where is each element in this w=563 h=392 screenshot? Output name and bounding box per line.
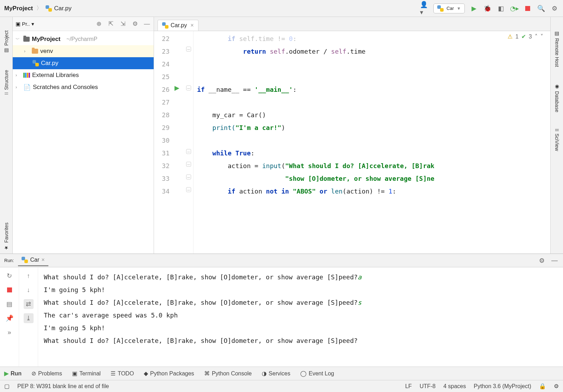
rerun-button[interactable]: ↻ [5,271,14,281]
scroll-icon[interactable]: ⤓ [24,313,34,323]
run-panel-header: Run: Car × ⚙ — [0,254,563,267]
profile-button[interactable]: ◔▸ [510,4,518,13]
more-icon[interactable]: » [5,327,14,337]
tab-database[interactable]: ◉Database [554,81,560,115]
user-icon[interactable]: 👤▾ [420,4,428,13]
database-icon: ◉ [554,83,560,89]
stop-button[interactable] [5,285,14,295]
search-button[interactable]: 🔍 [537,4,545,13]
ide-settings-icon[interactable]: ⚙ [554,383,559,390]
project-panel: ▣ Pr..▾ ⊕ ⇱ ⇲ ⚙ — ﹀ MyProject ~/PycharmP… [13,17,154,254]
breadcrumb-project[interactable]: MyProject [4,5,33,12]
console-output[interactable]: What should I do? [A]ccelerate, [B]rake,… [38,267,563,367]
tool-todo[interactable]: ☰TODO [111,370,134,377]
close-icon[interactable]: × [190,22,194,29]
run-tab-car[interactable]: Car × [18,255,48,266]
run-panel-label: Run: [4,258,14,263]
tree-venv[interactable]: › venv [13,45,154,57]
play-icon: ▶ [4,370,8,377]
python-icon [22,257,28,263]
breadcrumb-file[interactable]: Car.py [54,5,71,12]
run-gutter-icon[interactable]: ▶ [174,84,179,92]
tree-scratches[interactable]: › 📄 Scratches and Consoles [13,81,154,93]
tool-python-console[interactable]: ⌘Python Console [204,370,252,377]
run-config-selector[interactable]: Car ▼ [433,4,465,13]
fold-icon[interactable]: – [186,149,191,154]
tab-remote-host[interactable]: ▤Remote Host [554,28,560,70]
prev-issue-icon[interactable]: ˄ [535,33,538,40]
locate-icon[interactable]: ⊕ [95,20,103,28]
down-icon[interactable]: ↓ [24,285,34,295]
stop-button[interactable] [523,4,532,13]
minimize-icon[interactable]: — [143,20,151,28]
code-content[interactable]: if self.time != 0: return self.odometer … [194,31,550,254]
fold-icon[interactable]: – [186,187,191,192]
expand-all-icon[interactable]: ⇱ [107,20,115,28]
chevron-right-icon[interactable]: › [16,73,21,78]
left-tool-gutter: ▤Project ⁝⁝Structure ★Favorites [0,17,13,254]
status-indent[interactable]: 4 spaces [443,383,466,390]
status-line-ending[interactable]: LF [405,383,412,390]
tab-structure[interactable]: ⁝⁝Structure [4,67,9,98]
tab-project[interactable]: ▤Project [4,28,9,57]
status-interpreter[interactable]: Python 3.6 (MyProject) [474,383,531,390]
chevron-down-icon[interactable]: ﹀ [16,36,21,42]
terminal-icon: ▣ [72,370,77,377]
next-issue-icon[interactable]: ˅ [540,33,543,40]
fold-icon[interactable]: – [186,47,191,52]
tool-event-log[interactable]: ◯Event Log [300,370,334,377]
wrap-icon[interactable]: ⇄ [24,299,34,309]
fold-icon[interactable]: – [186,174,191,179]
tab-favorites[interactable]: ★Favorites [4,220,9,254]
tree-external-libs[interactable]: › External Libraries [13,69,154,81]
tool-terminal[interactable]: ▣Terminal [72,370,101,377]
fold-icon[interactable]: – [186,85,191,90]
code-area[interactable]: ⚠1 ✔3 ˄ ˅ 22232425262728293031323334 – ▶… [154,31,550,254]
tool-python-packages[interactable]: ◆Python Packages [144,370,194,377]
gear-icon[interactable]: ⚙ [538,256,546,265]
chevron-right-icon[interactable]: › [24,49,30,54]
status-hide-icon[interactable]: ▢ [4,383,10,390]
gutter[interactable]: – ▶ – – – – – [173,31,194,254]
tool-services[interactable]: ◑Services [262,370,290,377]
warning-icon: ⚠ [508,33,512,40]
scratches-icon: 📄 [23,84,31,91]
status-encoding[interactable]: UTF-8 [420,383,435,390]
close-icon[interactable]: × [41,257,45,263]
right-tool-gutter: ▤Remote Host ◉Database ⁞⁞SciView [550,17,563,254]
folder-icon [32,49,38,54]
pin-icon[interactable]: 📌 [5,313,14,323]
debug-button[interactable]: 🐞 [483,4,492,13]
tree-root[interactable]: ﹀ MyProject ~/PycharmP [13,33,154,45]
editor-tab-car[interactable]: Car.py × [158,20,198,31]
todo-icon: ☰ [111,370,115,377]
settings-button[interactable]: ⚙ [550,4,559,13]
python-icon: ⌘ [204,370,210,377]
eventlog-icon: ◯ [300,370,307,377]
gear-icon[interactable]: ⚙ [131,20,139,28]
coverage-button[interactable]: ◧ [497,4,505,13]
run-button[interactable]: ▶ [470,4,478,13]
layout-icon[interactable]: ▤ [5,299,14,309]
tool-problems[interactable]: ⊘Problems [31,370,62,377]
collapse-all-icon[interactable]: ⇲ [119,20,127,28]
fold-icon[interactable]: – [186,162,191,167]
chevron-right-icon[interactable]: › [16,85,21,90]
status-bar: ▢ PEP 8: W391 blank line at end of file … [0,380,563,392]
star-icon: ★ [4,245,9,251]
up-icon[interactable]: ↑ [24,271,34,281]
lock-icon[interactable]: 🔒 [539,383,546,390]
tool-run[interactable]: ▶Run [4,370,22,377]
folder-icon [23,37,30,42]
project-panel-title[interactable]: ▣ Pr..▾ [16,21,34,27]
tab-sciview[interactable]: ⁞⁞SciView [554,126,560,154]
editor: Car.py × ⚠1 ✔3 ˄ ˅ 222324252627282930313… [154,17,550,254]
breadcrumb-sep: 〉 [36,5,42,12]
project-panel-header: ▣ Pr..▾ ⊕ ⇱ ⇲ ⚙ — [13,17,154,31]
run-toolbar-nav: ↑ ↓ ⇄ ⤓ [19,267,38,367]
minimize-icon[interactable]: — [550,256,559,265]
code-analysis-indicator[interactable]: ⚠1 ✔3 ˄ ˅ [508,33,543,40]
tree-car-py[interactable]: Car.py [13,57,154,69]
python-file-icon [46,5,52,12]
packages-icon: ◆ [144,370,148,377]
